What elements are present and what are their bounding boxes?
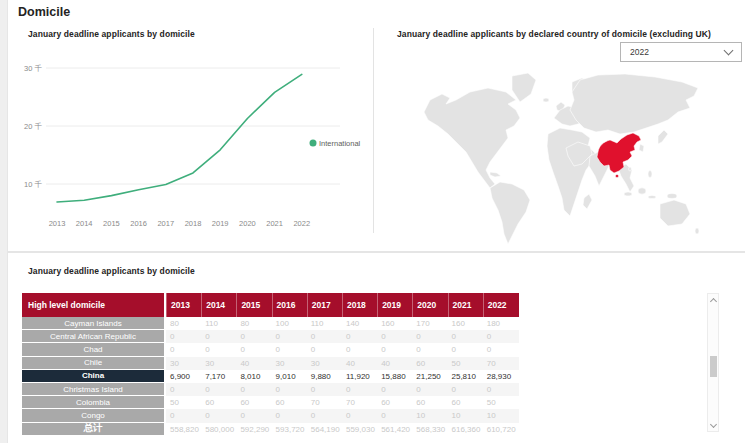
header-cell-domicile[interactable]: High level domicile bbox=[22, 293, 166, 317]
value-cell: 0 bbox=[272, 343, 307, 356]
scrollbar-down-button[interactable] bbox=[708, 420, 718, 430]
map-caribbean bbox=[490, 172, 501, 177]
value-cell: 70 bbox=[307, 396, 342, 409]
table-row-congo[interactable]: Congo0000000101010 bbox=[22, 409, 519, 422]
value-cell: 15,880 bbox=[377, 370, 412, 383]
value-cell: 25,810 bbox=[448, 370, 483, 383]
value-cell: 0 bbox=[272, 409, 307, 422]
value-cell: 21,250 bbox=[412, 370, 447, 383]
value-cell: 0 bbox=[201, 409, 236, 422]
table-row-christmas-island[interactable]: Christmas Island0000000000 bbox=[22, 383, 519, 396]
value-cell: 0 bbox=[166, 409, 201, 422]
table-row-central-african-republic[interactable]: Central African Republic0000000000 bbox=[22, 330, 519, 343]
value-cell: 0 bbox=[412, 330, 447, 343]
x-axis-tick: 2017 bbox=[157, 219, 174, 228]
value-cell: 60 bbox=[236, 396, 271, 409]
map-south-america bbox=[490, 182, 530, 244]
table-row-chile[interactable]: Chile30304030304040605070 bbox=[22, 357, 519, 370]
line-chart-title: January deadline applicants by domicile bbox=[28, 29, 195, 39]
value-cell: 110 bbox=[201, 317, 236, 330]
value-cell: 0 bbox=[342, 383, 377, 396]
scrollbar-thumb[interactable] bbox=[710, 356, 717, 377]
header-cell-year[interactable]: 2019 bbox=[377, 293, 412, 317]
value-cell: 0 bbox=[483, 343, 518, 356]
x-axis-tick: 2019 bbox=[212, 219, 229, 228]
value-cell: 0 bbox=[307, 343, 342, 356]
value-cell: 0 bbox=[166, 343, 201, 356]
header-cell-year[interactable]: 2017 bbox=[307, 293, 342, 317]
table-row-colombia[interactable]: Colombia50606060707060606050 bbox=[22, 396, 519, 409]
value-cell: 0 bbox=[448, 383, 483, 396]
value-cell: 10 bbox=[483, 409, 518, 422]
x-axis-tick: 2022 bbox=[293, 219, 310, 228]
value-cell: 0 bbox=[166, 330, 201, 343]
domicile-table: High level domicile201320142015201620172… bbox=[22, 293, 519, 436]
table-row-chad[interactable]: Chad0000000000 bbox=[22, 343, 519, 356]
x-axis-tick: 2021 bbox=[266, 219, 283, 228]
header-cell-year[interactable]: 2014 bbox=[201, 293, 236, 317]
value-cell: 0 bbox=[236, 343, 271, 356]
map-hainan[interactable] bbox=[615, 174, 618, 177]
scrollbar-up-button[interactable] bbox=[708, 295, 718, 305]
header-cell-year[interactable]: 2021 bbox=[448, 293, 483, 317]
legend-dot-icon bbox=[310, 140, 317, 147]
map-greenland bbox=[512, 73, 536, 102]
map-java bbox=[648, 196, 656, 199]
header-cell-year[interactable]: 2018 bbox=[342, 293, 377, 317]
row-label-cell: Central African Republic bbox=[22, 330, 166, 343]
x-axis-tick: 2018 bbox=[185, 219, 202, 228]
map-title: January deadline applicants by declared … bbox=[397, 29, 711, 39]
table-row-china[interactable]: China6,9007,1708,0109,0109,88011,92015,8… bbox=[22, 370, 519, 383]
row-label-cell: China bbox=[22, 370, 166, 383]
value-cell: 0 bbox=[377, 383, 412, 396]
value-cell: 0 bbox=[201, 383, 236, 396]
value-cell: 40 bbox=[377, 357, 412, 370]
header-cell-year[interactable]: 2015 bbox=[236, 293, 271, 317]
x-axis-tick: 2020 bbox=[239, 219, 256, 228]
value-cell: 110 bbox=[307, 317, 342, 330]
vertical-divider bbox=[373, 28, 374, 233]
year-dropdown[interactable]: 2022 bbox=[620, 42, 742, 62]
x-axis-tick: 2014 bbox=[76, 219, 93, 228]
header-cell-year[interactable]: 2013 bbox=[166, 293, 201, 317]
map-australia bbox=[660, 200, 690, 226]
value-cell: 60 bbox=[412, 357, 447, 370]
x-axis-tick: 2015 bbox=[103, 219, 120, 228]
table-row-cayman-islands[interactable]: Cayman Islands80110801001101401601701601… bbox=[22, 317, 519, 330]
value-cell: 10 bbox=[412, 409, 447, 422]
value-cell: 0 bbox=[166, 383, 201, 396]
value-cell: 50 bbox=[483, 396, 518, 409]
value-cell: 616,360 bbox=[448, 423, 483, 436]
value-cell: 160 bbox=[377, 317, 412, 330]
value-cell: 0 bbox=[412, 343, 447, 356]
legend-label[interactable]: International bbox=[319, 139, 361, 148]
header-cell-year[interactable]: 2022 bbox=[483, 293, 518, 317]
value-cell: 561,420 bbox=[377, 423, 412, 436]
value-cell: 558,820 bbox=[166, 423, 201, 436]
value-cell: 170 bbox=[412, 317, 447, 330]
value-cell: 60 bbox=[377, 396, 412, 409]
value-cell: 0 bbox=[236, 330, 271, 343]
value-cell: 70 bbox=[483, 357, 518, 370]
row-label-cell: Cayman Islands bbox=[22, 317, 166, 330]
value-cell: 40 bbox=[236, 357, 271, 370]
map-sumatra bbox=[624, 192, 632, 196]
chevron-down-icon bbox=[724, 46, 734, 56]
value-cell: 70 bbox=[342, 396, 377, 409]
value-cell: 0 bbox=[272, 383, 307, 396]
table-scrollbar[interactable] bbox=[707, 293, 719, 432]
row-label-cell: Colombia bbox=[22, 396, 166, 409]
value-cell: 30 bbox=[201, 357, 236, 370]
page-title: Domicile bbox=[18, 5, 70, 19]
value-cell: 0 bbox=[342, 343, 377, 356]
value-cell: 60 bbox=[201, 396, 236, 409]
map-russia-asia bbox=[570, 74, 698, 134]
value-cell: 592,290 bbox=[236, 423, 271, 436]
header-cell-year[interactable]: 2020 bbox=[412, 293, 447, 317]
horizontal-divider bbox=[8, 251, 745, 253]
y-axis-tick: 30 千 bbox=[24, 64, 42, 73]
header-cell-year[interactable]: 2016 bbox=[272, 293, 307, 317]
table-header-row: High level domicile201320142015201620172… bbox=[22, 293, 519, 317]
table-row--[interactable]: 总计558,820580,000592,290593,720564,190559… bbox=[22, 423, 519, 436]
map-new-zealand bbox=[695, 228, 699, 234]
